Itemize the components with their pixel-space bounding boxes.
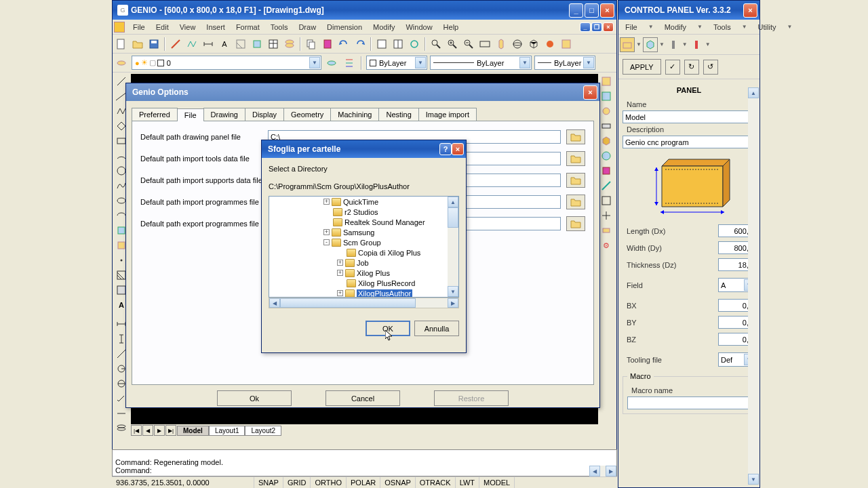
menu-file[interactable]: File [127, 22, 151, 33]
folder-tree[interactable]: +QuickTimer2 StudiosRealtek Sound Manage… [269, 196, 459, 298]
tool-save-icon[interactable] [146, 37, 161, 52]
mode-grid[interactable]: GRID [283, 477, 311, 488]
tool-pline-icon[interactable] [184, 37, 199, 52]
tree-node[interactable]: +Xilog Plus [269, 268, 448, 278]
tree-node[interactable]: +Samsung [269, 227, 448, 237]
menu-draw[interactable]: Draw [293, 22, 321, 33]
rtool-9-icon[interactable] [599, 193, 614, 208]
tree-node[interactable]: +QuickTime [269, 197, 448, 207]
cp-menu-file[interactable]: File [620, 22, 643, 33]
sheet-tab-model[interactable]: Model [177, 426, 209, 436]
cpanel-close-button[interactable]: × [743, 3, 757, 18]
cpanel-vscroll[interactable]: ▲▼ [748, 87, 759, 485]
name-input[interactable] [623, 110, 755, 123]
ltool-layers-icon[interactable] [114, 421, 129, 436]
expand-icon[interactable]: + [323, 199, 330, 205]
tool-zoomin-icon[interactable] [445, 37, 460, 52]
cmd-scroll-right[interactable]: ▶ [606, 466, 616, 476]
mdi-restore[interactable]: ❐ [591, 22, 602, 32]
scroll-down-icon[interactable]: ▼ [448, 286, 458, 297]
field2-browse-button[interactable] [566, 151, 585, 166]
rtool-10-icon[interactable] [599, 208, 614, 223]
tool-refresh-icon[interactable] [407, 37, 422, 52]
tool-copy-icon[interactable] [304, 37, 319, 52]
options-restore-button[interactable]: Restore [434, 390, 509, 406]
tab-next-icon[interactable]: ▶ [154, 425, 165, 436]
expand-icon[interactable]: + [337, 270, 343, 276]
menu-view[interactable]: View [174, 22, 201, 33]
tool-zoomout-icon[interactable] [461, 37, 476, 52]
tab-image-import[interactable]: Image import [418, 108, 477, 121]
mode-lwt[interactable]: LWT [456, 477, 479, 488]
linetype-combo[interactable]: ByLayer ▼ [430, 56, 532, 70]
cp-tool4-icon[interactable] [689, 37, 704, 52]
options-cancel-button[interactable]: Cancel [326, 390, 400, 406]
tree-node[interactable]: +XilogPlusAuthor [269, 288, 448, 298]
tool-win2-icon[interactable] [391, 37, 406, 52]
sheet-tab-layout1[interactable]: Layout1 [209, 426, 245, 436]
mode-snap[interactable]: SNAP [254, 477, 283, 488]
rtool-12-icon[interactable]: ⚙ [599, 238, 614, 253]
sheet-tab-layout2[interactable]: Layout2 [245, 426, 281, 436]
tool-paste-icon[interactable] [320, 37, 335, 52]
layer-prev-icon[interactable] [324, 56, 339, 70]
rtool-1-icon[interactable] [599, 74, 614, 89]
tool-dim-icon[interactable] [201, 37, 216, 52]
rtool-4-icon[interactable] [599, 119, 614, 134]
layer-props-icon[interactable] [114, 56, 129, 70]
tool-props-icon[interactable] [559, 37, 574, 52]
mdi-minimize[interactable]: _ [580, 22, 591, 32]
command-line[interactable]: Command: Regenerating model. Command: [112, 449, 617, 476]
menu-modify[interactable]: Modify [368, 22, 400, 33]
tree-node[interactable]: Xilog PlusRecord [269, 278, 448, 288]
menu-insert[interactable]: Insert [201, 22, 231, 33]
tool-table-icon[interactable] [266, 37, 281, 52]
tree-node[interactable]: -Scm Group [269, 237, 448, 247]
browse-close-button[interactable]: × [452, 143, 464, 155]
rtool-7-icon[interactable] [599, 163, 614, 178]
mdi-close[interactable]: × [603, 22, 614, 32]
menu-tools[interactable]: Tools [265, 22, 294, 33]
browse-cancel-button[interactable]: Annulla [414, 321, 459, 336]
tool-text-icon[interactable]: A [217, 37, 232, 52]
tool-render-icon[interactable] [542, 37, 557, 52]
tool-pan-icon[interactable] [494, 37, 509, 52]
browse-ok-button[interactable]: OK [366, 321, 410, 336]
tab-display[interactable]: Display [245, 108, 284, 121]
desc-input[interactable] [623, 136, 755, 148]
tool-win1-icon[interactable] [374, 37, 389, 52]
macro-name-input[interactable] [627, 396, 751, 409]
tab-first-icon[interactable]: |◀ [131, 425, 142, 436]
tool-cube-icon[interactable] [526, 37, 541, 52]
options-ok-button[interactable]: Ok [217, 390, 292, 406]
apply-button[interactable]: APPLY [623, 59, 661, 75]
tool-zoom-icon[interactable] [429, 37, 443, 52]
cp-refresh2-icon[interactable]: ↺ [703, 60, 718, 75]
tool-block-icon[interactable] [250, 37, 264, 52]
layer-state-icon[interactable] [342, 56, 357, 70]
color-combo[interactable]: ByLayer ▼ [366, 56, 427, 70]
menu-format[interactable]: Format [231, 22, 265, 33]
menu-dimension[interactable]: Dimension [321, 22, 368, 33]
tool-line-icon[interactable] [168, 37, 183, 52]
mode-osnap[interactable]: OSNAP [380, 477, 416, 488]
tree-node[interactable]: +Job [269, 258, 448, 268]
mode-otrack[interactable]: OTRACK [416, 477, 456, 488]
field3-browse-button[interactable] [566, 173, 585, 188]
tool-zoomext-icon[interactable] [477, 37, 492, 52]
minimize-button[interactable]: _ [569, 3, 583, 18]
rtool-2-icon[interactable] [599, 89, 614, 104]
cp-tool3-icon[interactable] [666, 37, 681, 52]
menu-help[interactable]: Help [438, 22, 465, 33]
tab-file[interactable]: File [177, 108, 204, 121]
cp-check-icon[interactable]: ✓ [665, 60, 680, 75]
tool-layer-icon[interactable] [282, 37, 297, 52]
tab-nesting[interactable]: Nesting [378, 108, 418, 121]
cp-tool2-icon[interactable] [643, 37, 658, 52]
rtool-11-icon[interactable] [599, 223, 614, 238]
menu-edit[interactable]: Edit [151, 22, 174, 33]
options-close-button[interactable]: × [583, 85, 597, 100]
rtool-5-icon[interactable] [599, 134, 614, 148]
cp-menu-tools[interactable]: Tools [708, 22, 736, 33]
mode-model[interactable]: MODEL [479, 477, 515, 488]
